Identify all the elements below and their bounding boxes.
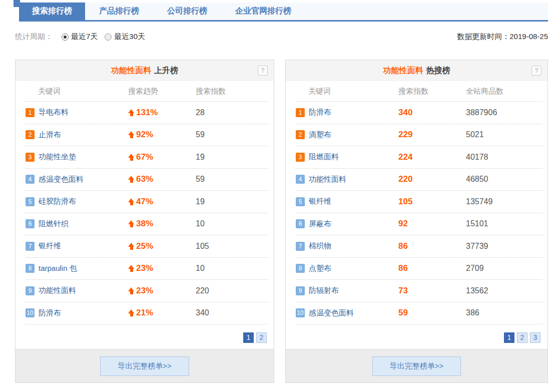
rank-badge: 3 <box>296 153 305 162</box>
rising-rank-panel: 功能性面料 上升榜 ? 关键词 搜索趋势 搜索指数 1导电布料131%282止滑… <box>15 60 274 383</box>
tab-bar: 搜索排行榜 产品排行榜 公司排行榜 企业官网排行榜 <box>19 3 548 22</box>
rank-badge: 3 <box>26 153 35 162</box>
tab-official-site-ranking[interactable]: 企业官网排行榜 <box>221 3 305 20</box>
rank-badge: 8 <box>296 264 305 273</box>
keyword-link[interactable]: 银纤维 <box>309 197 331 206</box>
up-arrow-icon <box>128 198 135 205</box>
column-headers: 关键词 搜索指数 全站商品数 <box>296 81 542 102</box>
keyword-link[interactable]: 功能性面料 <box>309 175 346 184</box>
panel-header: 功能性面料 上升榜 ? <box>16 60 274 81</box>
up-arrow-icon <box>128 176 135 183</box>
product-count-value: 386 <box>466 308 542 317</box>
table-row: 9防辐射布7313562 <box>296 280 542 302</box>
page-button[interactable]: 2 <box>256 332 267 343</box>
panel-title-keyword: 功能性面料 <box>383 66 423 76</box>
up-arrow-icon <box>128 154 135 161</box>
radio-last-7-days[interactable]: 最近7天 <box>62 32 98 42</box>
export-full-list-button[interactable]: 导出完整榜单>> <box>372 356 461 376</box>
product-count-value: 37739 <box>466 242 542 251</box>
up-arrow-icon <box>128 220 135 227</box>
keyword-link[interactable]: tarpaulin 包 <box>39 264 77 273</box>
page-button[interactable]: 1 <box>243 332 254 343</box>
rank-badge: 4 <box>296 175 305 184</box>
keyword-link[interactable]: 银纤维 <box>39 241 61 251</box>
table-row: 8点塑布862709 <box>296 258 542 280</box>
up-arrow-icon <box>128 131 135 138</box>
help-icon[interactable]: ? <box>258 66 268 76</box>
keyword-cell: 4感温变色面料 <box>26 175 128 184</box>
column-headers: 关键词 搜索趋势 搜索指数 <box>26 81 269 102</box>
search-index-value: 340 <box>398 108 466 118</box>
col-search-index: 搜索指数 <box>196 87 269 96</box>
keyword-link[interactable]: 点塑布 <box>309 264 331 273</box>
search-trend-value: 23% <box>128 263 196 273</box>
rank-badge: 2 <box>296 130 305 139</box>
rank-badge: 10 <box>26 308 35 317</box>
keyword-link[interactable]: 棉织物 <box>309 241 331 251</box>
keyword-link[interactable]: 阻燃面料 <box>309 152 339 162</box>
search-index-value: 59 <box>196 175 269 184</box>
keyword-cell: 3功能性坐垫 <box>26 152 128 162</box>
page-button[interactable]: 2 <box>517 332 527 343</box>
keyword-cell: 4功能性面料 <box>296 175 398 184</box>
panel-title-suffix: 上升榜 <box>154 66 178 76</box>
search-trend-value: 67% <box>128 152 196 162</box>
rank-badge: 7 <box>26 242 35 251</box>
rank-badge: 1 <box>26 108 35 117</box>
keyword-link[interactable]: 功能性坐垫 <box>39 152 76 162</box>
radio-label: 最近7天 <box>71 32 98 42</box>
product-count-value: 5021 <box>466 130 542 139</box>
search-index-value: 86 <box>398 241 466 251</box>
keyword-link[interactable]: 止滑布 <box>39 130 61 140</box>
tab-search-ranking[interactable]: 搜索排行榜 <box>19 3 85 20</box>
page-button[interactable]: 3 <box>530 332 540 343</box>
rank-badge: 1 <box>296 108 305 117</box>
search-index-value: 28 <box>196 108 269 117</box>
keyword-link[interactable]: 阻燃针织 <box>39 219 69 229</box>
keyword-link[interactable]: 硅胶防滑布 <box>39 197 76 206</box>
keyword-link[interactable]: 感温变色面料 <box>309 308 354 318</box>
search-index-value: 86 <box>398 263 466 273</box>
up-arrow-icon <box>128 109 135 116</box>
corner-accent <box>14 0 20 7</box>
page-button[interactable]: 1 <box>504 332 514 343</box>
help-icon[interactable]: ? <box>531 66 541 76</box>
product-count-value: 135749 <box>466 197 542 206</box>
radio-button-icon[interactable] <box>105 34 112 41</box>
keyword-link[interactable]: 滴塑布 <box>309 130 331 140</box>
keyword-link[interactable]: 功能性面料 <box>39 286 76 295</box>
rank-badge: 10 <box>296 308 305 317</box>
tab-company-ranking[interactable]: 公司排行榜 <box>153 3 221 20</box>
search-index-value: 19 <box>196 197 269 206</box>
search-trend-value: 38% <box>128 219 196 229</box>
ranking-boards: 功能性面料 上升榜 ? 关键词 搜索趋势 搜索指数 1导电布料131%282止滑… <box>15 60 548 383</box>
radio-button-icon[interactable] <box>62 34 69 41</box>
up-arrow-icon <box>128 287 135 294</box>
search-index-value: 224 <box>398 152 466 162</box>
rank-badge: 9 <box>296 286 305 295</box>
keyword-cell: 10防滑布 <box>26 308 128 318</box>
table-row: 5银纤维105135749 <box>296 191 542 213</box>
search-trend-value: 92% <box>128 130 196 140</box>
search-index-value: 59 <box>398 308 466 318</box>
rank-badge: 5 <box>296 197 305 206</box>
table-row: 4功能性面料22046850 <box>296 169 542 191</box>
search-index-value: 59 <box>196 130 269 139</box>
rank-badge: 4 <box>26 175 35 184</box>
panel-footer: 导出完整榜单>> <box>16 349 274 382</box>
keyword-link[interactable]: 导电布料 <box>39 108 69 117</box>
radio-last-30-days[interactable]: 最近30天 <box>105 32 145 42</box>
table-row: 4感温变色面料63%59 <box>26 169 269 191</box>
keyword-cell: 3阻燃面料 <box>296 152 398 162</box>
keyword-link[interactable]: 屏蔽布 <box>309 219 331 229</box>
tab-product-ranking[interactable]: 产品排行榜 <box>85 3 153 20</box>
keyword-cell: 10感温变色面料 <box>296 308 398 318</box>
keyword-link[interactable]: 防滑布 <box>309 108 331 117</box>
data-update-time: 数据更新时间：2019-08-25 <box>457 32 548 42</box>
export-full-list-button[interactable]: 导出完整榜单>> <box>100 356 189 376</box>
keyword-link[interactable]: 防辐射布 <box>309 286 339 295</box>
search-index-value: 340 <box>196 308 269 317</box>
keyword-cell: 1导电布料 <box>26 108 128 117</box>
keyword-link[interactable]: 感温变色面料 <box>39 175 84 184</box>
keyword-link[interactable]: 防滑布 <box>39 308 61 318</box>
